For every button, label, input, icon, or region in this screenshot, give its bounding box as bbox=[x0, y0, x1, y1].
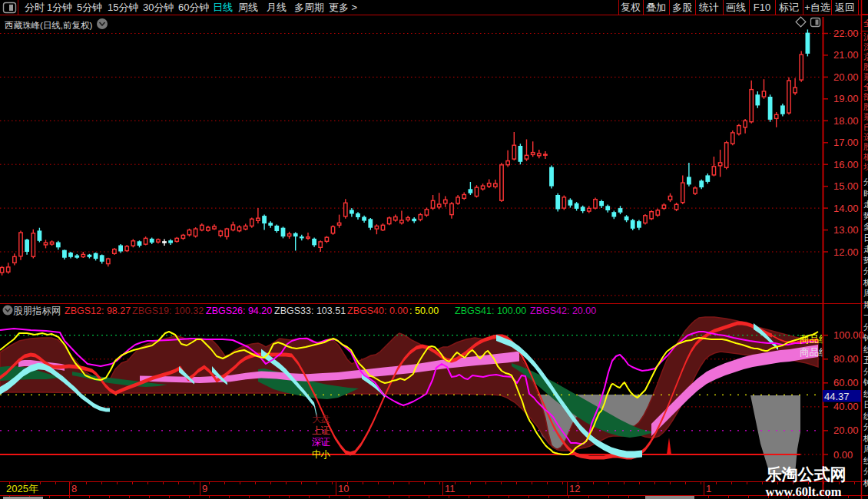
svg-text:ZBGS19: 100.32: ZBGS19: 100.32 bbox=[132, 306, 204, 316]
svg-text:析: 析 bbox=[863, 434, 868, 443]
svg-text:44.37: 44.37 bbox=[824, 391, 850, 402]
svg-text:部: 部 bbox=[863, 92, 868, 101]
svg-text:返回: 返回 bbox=[835, 2, 855, 13]
svg-text:分: 分 bbox=[863, 266, 868, 276]
svg-text:票: 票 bbox=[863, 112, 868, 121]
svg-text:ZBGS12: 98.27: ZBGS12: 98.27 bbox=[65, 306, 131, 316]
svg-text:股: 股 bbox=[863, 102, 868, 111]
svg-text:大盘: 大盘 bbox=[312, 414, 330, 425]
svg-text:线: 线 bbox=[863, 389, 868, 398]
svg-text:上证: 上证 bbox=[312, 425, 330, 436]
svg-text:ZBGS40: 0.00: ZBGS40: 0.00 bbox=[347, 306, 408, 316]
svg-text:15分钟: 15分钟 bbox=[108, 2, 138, 13]
svg-text:www.60lt.com: www.60lt.com bbox=[766, 484, 842, 499]
svg-text:复权: 复权 bbox=[621, 2, 641, 13]
svg-text:9: 9 bbox=[202, 483, 207, 494]
svg-text:ZBGS42: 20.00: ZBGS42: 20.00 bbox=[530, 306, 596, 316]
svg-text:20.00: 20.00 bbox=[833, 425, 859, 436]
svg-text:12.00: 12.00 bbox=[833, 246, 859, 258]
svg-text:全: 全 bbox=[863, 18, 868, 28]
svg-text:分: 分 bbox=[863, 422, 868, 431]
svg-text:多股: 多股 bbox=[672, 2, 692, 13]
svg-text:ZBGS33: 103.51: ZBGS33: 103.51 bbox=[274, 306, 346, 316]
svg-text:12: 12 bbox=[569, 483, 580, 494]
svg-text:股朋指标网: 股朋指标网 bbox=[13, 306, 61, 316]
svg-text:势: 势 bbox=[863, 256, 868, 265]
svg-text:分: 分 bbox=[863, 177, 868, 187]
svg-text:势: 势 bbox=[863, 211, 868, 220]
svg-text:叠加: 叠加 bbox=[646, 2, 666, 13]
svg-text:走: 走 bbox=[863, 244, 868, 253]
svg-text:11: 11 bbox=[445, 483, 456, 494]
svg-text:13.00: 13.00 bbox=[833, 224, 859, 236]
svg-text:钟: 钟 bbox=[863, 378, 868, 387]
svg-text:8: 8 bbox=[71, 483, 77, 494]
svg-text:60.00: 60.00 bbox=[833, 377, 859, 388]
svg-text:周: 周 bbox=[863, 289, 868, 298]
svg-text:分: 分 bbox=[863, 367, 868, 376]
svg-text:18.00: 18.00 bbox=[833, 115, 859, 127]
svg-text:日: 日 bbox=[863, 233, 868, 243]
svg-text:+自选: +自选 bbox=[804, 2, 830, 13]
svg-text:全: 全 bbox=[863, 82, 868, 91]
svg-text:22.00: 22.00 bbox=[833, 28, 859, 39]
svg-text:月线: 月线 bbox=[267, 2, 287, 13]
svg-text:五: 五 bbox=[863, 355, 868, 365]
svg-text:5分钟: 5分钟 bbox=[77, 2, 102, 13]
svg-text:15.00: 15.00 bbox=[833, 180, 859, 192]
svg-text:线: 线 bbox=[863, 345, 868, 354]
svg-text:30分钟: 30分钟 bbox=[143, 2, 174, 13]
svg-text:16.00: 16.00 bbox=[833, 159, 859, 170]
svg-text:乐淘公式网: 乐淘公式网 bbox=[765, 465, 846, 484]
svg-text:分: 分 bbox=[863, 467, 868, 476]
svg-text:西藏珠峰(日线,前复权): 西藏珠峰(日线,前复权) bbox=[5, 21, 93, 30]
svg-text:深: 深 bbox=[863, 42, 868, 51]
svg-text:20.00: 20.00 bbox=[833, 71, 859, 83]
svg-text:0.00: 0.00 bbox=[833, 449, 853, 461]
svg-text:走: 走 bbox=[863, 200, 868, 209]
svg-text:60分钟: 60分钟 bbox=[178, 2, 209, 13]
svg-text:线: 线 bbox=[863, 456, 868, 465]
svg-text:一: 一 bbox=[863, 311, 868, 320]
svg-text:日线: 日线 bbox=[213, 2, 233, 13]
svg-text:1分钟: 1分钟 bbox=[47, 2, 72, 13]
svg-text:块: 块 bbox=[863, 162, 868, 171]
svg-text:40.00: 40.00 bbox=[833, 401, 859, 412]
svg-text:周: 周 bbox=[863, 444, 868, 454]
svg-text:更多 >: 更多 > bbox=[329, 2, 357, 13]
svg-text:画线: 画线 bbox=[726, 2, 746, 13]
svg-text:1: 1 bbox=[706, 483, 711, 494]
svg-text:21.00: 21.00 bbox=[833, 49, 859, 61]
svg-text:时: 时 bbox=[863, 189, 868, 198]
svg-text:80.00: 80.00 bbox=[833, 353, 859, 365]
svg-text:板: 板 bbox=[863, 152, 868, 161]
svg-text:: 50.00: : 50.00 bbox=[409, 306, 439, 316]
svg-text:沪: 沪 bbox=[863, 32, 868, 41]
svg-text:中小: 中小 bbox=[312, 449, 331, 460]
svg-text:ZBGS41: 100.00: ZBGS41: 100.00 bbox=[455, 306, 526, 316]
svg-text:ZBGS26: 94.20: ZBGS26: 94.20 bbox=[206, 306, 272, 316]
svg-text:线: 线 bbox=[863, 411, 868, 421]
svg-text:析: 析 bbox=[863, 278, 868, 287]
svg-text:F10: F10 bbox=[754, 2, 770, 13]
svg-text:17.00: 17.00 bbox=[833, 137, 859, 148]
svg-text:日: 日 bbox=[863, 400, 868, 409]
svg-text:多: 多 bbox=[863, 222, 868, 231]
svg-text:股: 股 bbox=[863, 142, 868, 151]
svg-text:自: 自 bbox=[863, 122, 868, 131]
svg-text:14.00: 14.00 bbox=[833, 203, 859, 214]
svg-text:2025年: 2025年 bbox=[6, 483, 38, 494]
svg-text:票: 票 bbox=[863, 72, 868, 81]
svg-text:19.00: 19.00 bbox=[833, 93, 859, 104]
svg-text:深证: 深证 bbox=[312, 437, 330, 448]
svg-text:100.00: 100.00 bbox=[833, 329, 864, 341]
svg-text:多周期: 多周期 bbox=[294, 2, 324, 13]
svg-text:期: 期 bbox=[863, 300, 868, 309]
svg-text:10: 10 bbox=[338, 483, 349, 494]
svg-text:周线: 周线 bbox=[238, 2, 258, 13]
svg-text:统计: 统计 bbox=[698, 2, 719, 13]
svg-text:分: 分 bbox=[863, 322, 868, 332]
svg-text:京: 京 bbox=[863, 52, 868, 61]
svg-text:股: 股 bbox=[863, 62, 868, 71]
svg-text:析: 析 bbox=[863, 478, 868, 487]
